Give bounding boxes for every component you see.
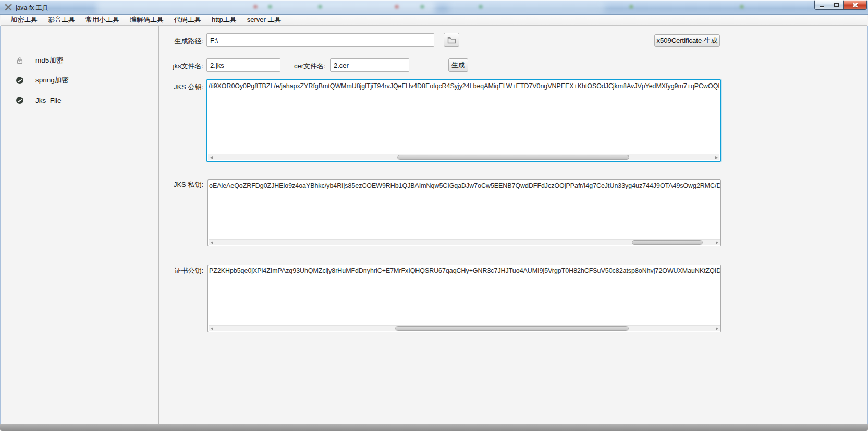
scroll-left-icon[interactable] xyxy=(209,326,215,331)
titlebar-glass-decoration xyxy=(395,5,399,9)
close-icon xyxy=(852,2,859,8)
menu-codec-tools[interactable]: 编解码工具 xyxy=(125,15,169,25)
titlebar-glass-decoration xyxy=(268,5,272,9)
scroll-left-icon[interactable] xyxy=(208,154,214,160)
scrollbar-thumb[interactable] xyxy=(395,326,629,331)
sidebar-item-label: spring加密 xyxy=(35,76,69,85)
cert-public-key-label: 证书公钥: xyxy=(160,266,203,276)
cert-public-key-text: PZ2KHpb5qe0jXPl4ZImPAzq93UhQMZcijy8rHuMF… xyxy=(209,267,720,274)
horizontal-scrollbar[interactable] xyxy=(209,325,720,331)
path-label: 生成路径: xyxy=(160,37,203,46)
jks-private-key-textarea[interactable]: oEAieAeQoZRFDg0ZJHElo9z4oaYBhkc/yb4RIjs8… xyxy=(207,179,721,246)
browse-folder-button[interactable] xyxy=(444,33,459,47)
jks-private-key-text: oEAieAeQoZRFDg0ZJHElo9z4oaYBhkc/yb4RIjs8… xyxy=(209,182,720,189)
menu-code-tools[interactable]: 代码工具 xyxy=(169,15,206,25)
window-title: java-fx 工具 xyxy=(16,4,48,13)
menu-server-tools[interactable]: server 工具 xyxy=(242,15,287,25)
titlebar-glass-decoration xyxy=(420,5,424,9)
sidebar-item-md5[interactable]: md5加密 xyxy=(16,55,63,66)
lock-icon xyxy=(16,56,24,65)
tools-icon xyxy=(4,3,13,11)
menu-http-tools[interactable]: http工具 xyxy=(206,15,242,25)
scrollbar-thumb[interactable] xyxy=(397,155,629,160)
titlebar-glass-decoration xyxy=(318,5,322,9)
window-controls xyxy=(814,0,867,10)
jks-public-key-text: /ti9XOR0Oy0Pg8TBZL/e/jahapxZYRfgBmtQWMmU… xyxy=(209,82,719,90)
menu-encrypt-tools[interactable]: 加密工具 xyxy=(5,15,43,25)
scroll-right-icon[interactable] xyxy=(714,326,720,331)
menu-common-tools[interactable]: 常用小工具 xyxy=(80,15,125,25)
jks-public-key-label: JKS 公钥: xyxy=(160,82,203,92)
x509-generate-button[interactable]: x509Certificate-生成 xyxy=(654,34,720,47)
scrollbar-thumb[interactable] xyxy=(632,240,703,245)
jks-filename-input[interactable] xyxy=(206,58,280,72)
cert-public-key-textarea[interactable]: PZ2KHpb5qe0jXPl4ZImPAzq93UhQMZcijy8rHuMF… xyxy=(207,265,721,332)
horizontal-scrollbar[interactable] xyxy=(208,154,719,160)
maximize-icon xyxy=(834,3,839,7)
folder-icon xyxy=(447,37,456,44)
titlebar-glass-decoration xyxy=(740,5,744,9)
titlebar-glass-decoration xyxy=(448,1,605,14)
menubar: 加密工具 影音工具 常用小工具 编解码工具 代码工具 http工具 server… xyxy=(1,15,867,26)
spring-icon xyxy=(16,76,24,85)
cer-filename-input[interactable] xyxy=(330,58,409,72)
minimize-button[interactable] xyxy=(814,0,829,10)
sidebar: md5加密 spring加密 Jks_File xyxy=(1,26,159,424)
titlebar-glass-decoration xyxy=(96,1,435,14)
path-input[interactable] xyxy=(206,33,434,47)
scroll-left-icon[interactable] xyxy=(209,240,215,245)
sidebar-item-spring[interactable]: spring加密 xyxy=(16,75,69,86)
titlebar-glass-decoration xyxy=(479,5,483,9)
titlebar[interactable]: java-fx 工具 xyxy=(0,0,868,15)
content-frame: md5加密 spring加密 Jks_File xyxy=(0,26,868,424)
menu-media-tools[interactable]: 影音工具 xyxy=(43,15,80,25)
titlebar-glass-decoration xyxy=(629,5,633,9)
generate-button[interactable]: 生成 xyxy=(448,58,468,72)
jks-public-key-textarea[interactable]: /ti9XOR0Oy0Pg8TBZL/e/jahapxZYRfgBmtQWMmU… xyxy=(206,79,721,162)
jks-filename-label: jks文件名: xyxy=(160,62,203,71)
sidebar-item-label: Jks_File xyxy=(35,97,62,104)
sidebar-item-jks-file[interactable]: Jks_File xyxy=(16,95,62,105)
titlebar-glass-decoration xyxy=(253,5,258,9)
scroll-right-icon[interactable] xyxy=(713,154,719,160)
maximize-button[interactable] xyxy=(829,0,843,10)
sidebar-item-label: md5加密 xyxy=(35,56,63,65)
spring-icon xyxy=(16,96,24,104)
close-button[interactable] xyxy=(843,0,867,10)
scroll-right-icon[interactable] xyxy=(714,240,720,245)
window-bottom-border xyxy=(0,424,868,431)
app-window: java-fx 工具 加密工具 影音工具 常用小工具 编解码工具 代码工具 ht… xyxy=(0,0,868,431)
jks-private-key-label: JKS 私钥: xyxy=(160,180,203,189)
jks-form: 生成路径: x509Certificate-生成 jks文件名: cer文件名:… xyxy=(160,26,867,424)
horizontal-scrollbar[interactable] xyxy=(209,239,720,245)
minimize-icon xyxy=(820,6,824,7)
cer-filename-label: cer文件名: xyxy=(294,62,326,71)
